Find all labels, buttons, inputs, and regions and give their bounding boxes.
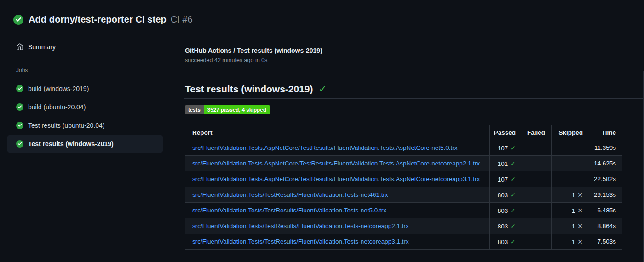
job-label: Test results (ubuntu-20.04) [28, 122, 105, 129]
results-tbody: src/FluentValidation.Tests.AspNetCore/Te… [185, 140, 622, 250]
time-value: 22.582s [589, 171, 622, 187]
failed-cell [522, 187, 552, 203]
skipped-cell: 1✕ [552, 218, 589, 234]
passed-count: 107 [498, 176, 508, 183]
cross-icon: ✕ [577, 191, 583, 199]
report-link[interactable]: src/FluentValidation.Tests.AspNetCore/Te… [192, 176, 485, 182]
table-header-row: Report Passed Failed Skipped Time [185, 125, 622, 140]
passed-count: 803 [498, 192, 508, 199]
failed-cell [522, 234, 552, 250]
failed-cell [522, 171, 552, 187]
sidebar: Summary Jobs build (windows-2019) build … [0, 0, 184, 262]
check-run-title: GitHub Actions / Test results (windows-2… [185, 47, 322, 54]
section-divider [184, 98, 644, 99]
time-value: 8.864s [589, 218, 622, 234]
skipped-cell [552, 156, 589, 171]
jobs-section-label: Jobs [16, 67, 28, 74]
cross-icon: ✕ [577, 207, 583, 214]
column-header-time: Time [589, 125, 622, 140]
skipped-cell: 1✕ [552, 234, 589, 250]
skipped-cell [552, 171, 589, 187]
sidebar-job-item[interactable]: build (windows-2019) [7, 80, 163, 98]
section-title-text: Test results (windows-2019) [185, 84, 313, 95]
success-check-circle-icon [16, 103, 23, 111]
check-run-status: succeeded 42 minutes ago in 0s [185, 57, 267, 63]
jobs-list: build (windows-2019) build (ubuntu-20.04… [0, 80, 184, 153]
report-link[interactable]: src/FluentValidation.Tests.AspNetCore/Te… [192, 160, 485, 167]
skipped-count: 1 [572, 223, 575, 230]
table-row: src/FluentValidation.Tests/TestResults/F… [185, 218, 622, 234]
table-row: src/FluentValidation.Tests.AspNetCore/Te… [185, 140, 622, 156]
cross-icon: ✕ [577, 222, 583, 230]
success-check-circle-icon [16, 140, 23, 148]
table-row: src/FluentValidation.Tests.AspNetCore/Te… [185, 156, 622, 171]
failed-cell [522, 203, 552, 218]
failed-cell [522, 140, 552, 156]
check-icon: ✓ [510, 207, 516, 214]
check-icon: ✓ [510, 222, 516, 230]
test-results-table: Report Passed Failed Skipped Time src/Fl… [185, 125, 622, 250]
sidebar-job-item[interactable]: Test results (windows-2019) [7, 135, 163, 153]
success-check-circle-icon [16, 122, 23, 129]
sidebar-job-item[interactable]: Test results (ubuntu-20.04) [7, 116, 163, 135]
passed-count: 107 [498, 145, 508, 152]
summary-label: Summary [28, 43, 56, 51]
passed-cell: 803✓ [490, 218, 522, 234]
report-link[interactable]: src/FluentValidation.Tests/TestResults/F… [192, 238, 485, 245]
header-divider [184, 71, 644, 71]
skipped-count: 1 [572, 239, 575, 245]
table-row: src/FluentValidation.Tests/TestResults/F… [185, 187, 622, 203]
column-header-report: Report [185, 125, 490, 140]
skipped-count: 1 [572, 192, 575, 199]
tests-badge: tests 3527 passed, 4 skipped [185, 105, 270, 114]
time-value: 14.625s [589, 156, 622, 171]
table-row: src/FluentValidation.Tests/TestResults/F… [185, 234, 622, 250]
passed-cell: 803✓ [490, 203, 522, 218]
time-value: 7.503s [589, 234, 622, 250]
check-icon: ✓ [510, 144, 516, 152]
time-value: 6.485s [589, 203, 622, 218]
failed-cell [522, 156, 552, 171]
check-icon: ✓ [510, 191, 516, 199]
time-value: 29.153s [589, 187, 622, 203]
cross-icon: ✕ [577, 238, 583, 245]
report-link[interactable]: src/FluentValidation.Tests/TestResults/F… [192, 207, 485, 214]
passed-cell: 107✓ [490, 140, 522, 156]
passed-cell: 101✓ [490, 156, 522, 171]
sidebar-job-item[interactable]: build (ubuntu-20.04) [7, 98, 163, 116]
passed-cell: 107✓ [490, 171, 522, 187]
passed-cell: 803✓ [490, 187, 522, 203]
failed-cell [522, 218, 552, 234]
passed-count: 101 [498, 160, 508, 167]
passed-count: 803 [498, 239, 508, 245]
section-title: Test results (windows-2019) ✓ [185, 84, 327, 95]
report-link[interactable]: src/FluentValidation.Tests.AspNetCore/Te… [192, 144, 485, 151]
job-label: build (windows-2019) [28, 85, 89, 92]
check-icon: ✓ [319, 84, 327, 94]
column-header-passed: Passed [490, 125, 522, 140]
passed-cell: 803✓ [490, 234, 522, 250]
check-icon: ✓ [510, 238, 516, 245]
report-link[interactable]: src/FluentValidation.Tests/TestResults/F… [192, 191, 485, 198]
table-row: src/FluentValidation.Tests/TestResults/F… [185, 203, 622, 218]
check-icon: ✓ [510, 160, 516, 167]
column-header-failed: Failed [522, 125, 552, 140]
job-label: Test results (windows-2019) [28, 140, 114, 148]
badge-value: 3527 passed, 4 skipped [204, 105, 270, 114]
column-header-skipped: Skipped [552, 125, 589, 140]
home-icon [16, 43, 23, 51]
skipped-cell [552, 140, 589, 156]
report-link[interactable]: src/FluentValidation.Tests/TestResults/F… [192, 222, 485, 229]
check-icon: ✓ [510, 176, 516, 183]
skipped-cell: 1✕ [552, 187, 589, 203]
badge-label: tests [185, 105, 204, 114]
skipped-count: 1 [572, 207, 575, 214]
success-check-circle-icon [16, 85, 23, 92]
skipped-cell: 1✕ [552, 203, 589, 218]
passed-count: 803 [498, 207, 508, 214]
table-row: src/FluentValidation.Tests.AspNetCore/Te… [185, 171, 622, 187]
passed-count: 803 [498, 223, 508, 230]
time-value: 11.359s [589, 140, 622, 156]
sidebar-item-summary[interactable]: Summary [16, 43, 56, 51]
job-label: build (ubuntu-20.04) [28, 103, 86, 111]
